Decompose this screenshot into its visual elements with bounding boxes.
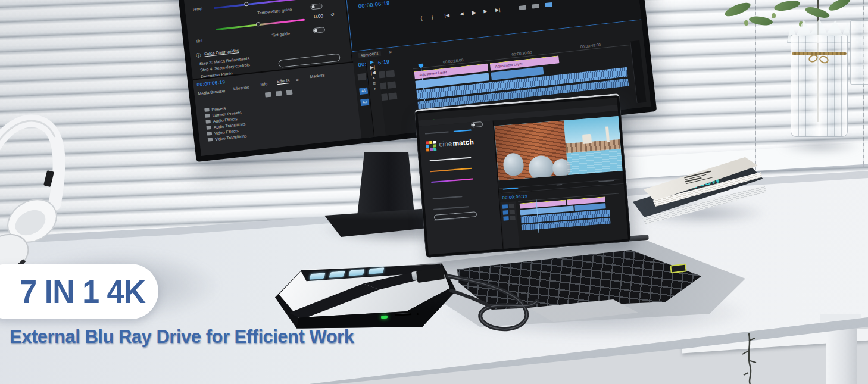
- temp-label: Temp: [192, 6, 202, 11]
- mini-timecode: 00:00:06:19: [502, 193, 528, 199]
- drive-status-led: [381, 315, 388, 319]
- mark-out-icon[interactable]: }: [431, 14, 433, 20]
- tint-slider[interactable]: [216, 19, 305, 30]
- twine-rope: [792, 52, 847, 55]
- track-toggle[interactable]: [387, 82, 396, 89]
- go-start-icon[interactable]: |◀: [444, 13, 449, 18]
- step-back-icon[interactable]: ◀: [460, 11, 464, 17]
- effects-list: Presets Lumetri Presets Audio Effects Au…: [196, 102, 247, 143]
- step-fwd-icon[interactable]: ▶: [483, 8, 488, 14]
- mini-slider[interactable]: [429, 157, 471, 161]
- camera-icon[interactable]: [519, 5, 527, 10]
- tint-value: 0.00: [314, 13, 323, 20]
- track-a1-button[interactable]: A1: [359, 88, 368, 95]
- false-color-link[interactable]: False Color guides: [204, 48, 239, 56]
- venice-preview: [494, 116, 623, 180]
- track-headers: V1 A1 A2: [357, 67, 415, 107]
- venice-church: [582, 134, 592, 144]
- track-toggle[interactable]: [357, 73, 366, 80]
- tint-guide-toggle[interactable]: [313, 27, 326, 33]
- plant-branch-silhouette: [738, 333, 774, 384]
- mini-track-headers: [500, 201, 520, 254]
- laptop-screen: cine match: [414, 93, 632, 258]
- track-a2-button[interactable]: A2: [360, 99, 369, 106]
- vase-flutes: [792, 36, 847, 136]
- cinematch-sidebar: cine match: [419, 121, 504, 255]
- audio-meter: [630, 40, 646, 103]
- cinematch-logo-icon: [426, 141, 436, 151]
- play-icon[interactable]: ▶: [472, 9, 477, 16]
- program-timecode: 00:00:06:19: [358, 0, 390, 10]
- venice-water: [566, 148, 623, 175]
- mini-slider-orange[interactable]: [430, 168, 472, 172]
- laptop-display: cine match: [417, 98, 628, 255]
- mini-toggle[interactable]: [471, 121, 483, 128]
- panel-menu-icon[interactable]: ≡: [295, 77, 299, 82]
- tint-label: Tint: [195, 39, 202, 43]
- mark-in-icon[interactable]: {: [420, 15, 423, 21]
- bin-icon[interactable]: [286, 90, 293, 95]
- pen-tool-icon[interactable]: ›: [369, 85, 381, 92]
- drive-touch-button[interactable]: [369, 267, 385, 274]
- tab-info[interactable]: Info: [260, 82, 267, 86]
- vase-shadow: [779, 138, 862, 154]
- track-toggle[interactable]: [386, 70, 395, 77]
- export-frame-icon[interactable]: [532, 4, 539, 8]
- headphones: [0, 104, 75, 289]
- bin-icon[interactable]: [265, 92, 271, 98]
- project-timecode: 00:00:06:19: [196, 79, 225, 88]
- tab-media-browser[interactable]: Media Browser: [198, 89, 226, 96]
- badge-7-in-1-4k: 7 IN 1 4K: [0, 264, 158, 319]
- olive-berry: [772, 13, 776, 18]
- mini-slider-magenta[interactable]: [431, 179, 473, 183]
- tab-libraries[interactable]: Libraries: [233, 85, 249, 91]
- info-icon: ⓘ: [196, 52, 201, 59]
- scene: Temp Temperature guide 0.00 ↺ Tint Tint …: [0, 0, 868, 384]
- tab-effects[interactable]: Effects: [277, 78, 290, 85]
- tab-markers[interactable]: Markers: [310, 73, 325, 79]
- blind-cord: [755, 0, 756, 179]
- bin-icon[interactable]: [276, 91, 282, 96]
- headline: External Blu Ray Drive for Efficient Wor…: [10, 326, 354, 348]
- logo-cine: cine: [439, 139, 452, 149]
- tint-guide-label: Tint guide: [271, 32, 290, 38]
- close-tab-icon[interactable]: ×: [389, 50, 392, 54]
- logo-match: match: [452, 138, 474, 148]
- sequence-tab[interactable]: sony0001: [358, 51, 382, 58]
- olive-berry: [744, 20, 748, 26]
- badge-label: 7 IN 1 4K: [20, 273, 145, 311]
- comparison-view-icon[interactable]: [545, 2, 552, 7]
- temperature-guide-toggle[interactable]: [310, 3, 323, 10]
- glass-cup: [850, 20, 868, 85]
- program-area: 00:00:06:19: [494, 111, 628, 249]
- reset-icon[interactable]: ↺: [330, 12, 335, 18]
- go-end-icon[interactable]: ▶|: [495, 7, 501, 13]
- track-toggle[interactable]: [388, 92, 397, 99]
- temperature-guide-label: Temperature guide: [257, 7, 292, 15]
